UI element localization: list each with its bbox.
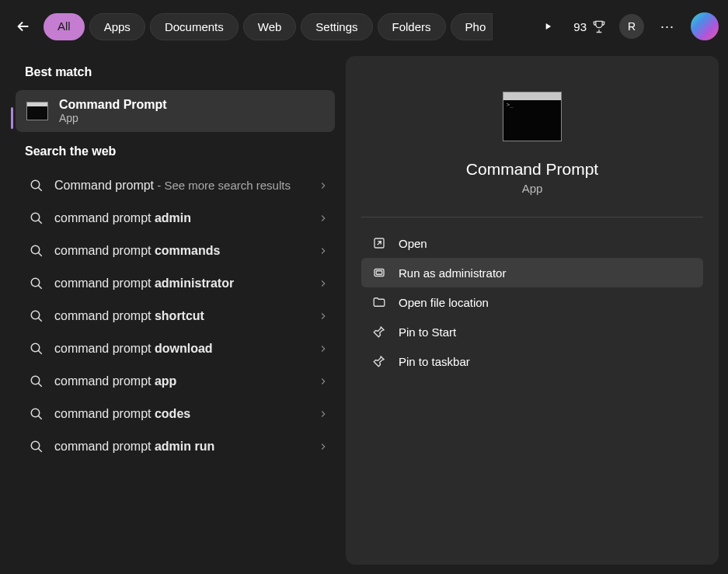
search-icon (30, 309, 44, 323)
web-result-text: command prompt admin (54, 211, 307, 225)
svg-point-1 (31, 213, 40, 221)
web-result-text: command prompt download (54, 342, 307, 356)
web-result[interactable]: command prompt commands (16, 235, 335, 267)
chevron-right-icon (318, 278, 329, 289)
action-pin-to-start[interactable]: Pin to Start (361, 317, 703, 346)
preview-app-icon (503, 92, 562, 141)
best-match-header: Best match (25, 65, 335, 79)
user-avatar[interactable]: R (619, 14, 644, 39)
web-result[interactable]: command prompt app (16, 365, 335, 398)
preview-title: Command Prompt (361, 160, 703, 179)
rewards-points[interactable]: 93 (573, 19, 607, 34)
web-result-text: command prompt codes (54, 407, 307, 421)
divider (361, 217, 703, 217)
web-result[interactable]: command prompt admin run (16, 430, 335, 463)
svg-point-8 (31, 441, 40, 450)
web-result[interactable]: command prompt download (16, 332, 335, 365)
tabs-scroll-right[interactable] (536, 15, 559, 38)
folder-icon (372, 295, 386, 309)
search-icon (30, 342, 44, 356)
preview-panel: Command Prompt App OpenRun as administra… (346, 56, 719, 565)
chevron-right-icon (318, 245, 329, 256)
search-web-header: Search the web (25, 144, 335, 158)
chevron-right-icon (318, 409, 329, 419)
pin-icon (372, 354, 386, 368)
chevron-right-icon (318, 343, 329, 354)
copilot-icon[interactable] (691, 12, 719, 40)
action-label: Run as administrator (399, 266, 506, 280)
tab-settings[interactable]: Settings (301, 13, 372, 40)
open-icon (372, 236, 386, 250)
points-value: 93 (573, 20, 587, 33)
web-result[interactable]: command prompt admin (16, 202, 335, 235)
back-button[interactable] (9, 12, 37, 40)
tab-all[interactable]: All (44, 13, 85, 40)
web-result[interactable]: command prompt shortcut (16, 300, 335, 332)
filter-tabs: AllAppsDocumentsWebSettingsFoldersPho (44, 13, 530, 40)
tab-pho[interactable]: Pho (451, 13, 493, 40)
web-result[interactable]: command prompt administrator (16, 267, 335, 300)
preview-subtitle: App (361, 182, 703, 195)
search-icon (30, 211, 44, 225)
web-result-text: command prompt shortcut (54, 309, 307, 323)
chevron-right-icon (318, 311, 329, 322)
tab-folders[interactable]: Folders (378, 13, 446, 40)
action-label: Pin to Start (399, 325, 456, 339)
best-match-result[interactable]: Command Prompt App (16, 90, 335, 132)
pin-icon (372, 325, 386, 339)
search-icon (30, 440, 44, 454)
svg-point-6 (31, 376, 40, 384)
svg-point-0 (31, 180, 40, 189)
best-match-subtitle: App (59, 112, 167, 124)
web-result[interactable]: command prompt codes (16, 398, 335, 430)
avatar-initial: R (628, 20, 636, 33)
svg-point-2 (31, 245, 40, 254)
action-label: Pin to taskbar (399, 355, 470, 368)
svg-point-3 (31, 278, 40, 287)
web-result-text: command prompt app (54, 374, 307, 388)
action-open-file-location[interactable]: Open file location (361, 287, 703, 317)
action-open[interactable]: Open (361, 228, 703, 258)
web-result-text: command prompt admin run (54, 440, 307, 454)
action-label: Open file location (399, 296, 489, 309)
search-icon (30, 407, 44, 421)
svg-rect-11 (376, 271, 382, 275)
search-icon (30, 277, 44, 290)
tab-documents[interactable]: Documents (150, 13, 239, 40)
action-run-as-administrator[interactable]: Run as administrator (361, 258, 703, 287)
svg-point-7 (31, 409, 40, 417)
action-pin-to-taskbar[interactable]: Pin to taskbar (361, 346, 703, 376)
search-icon (30, 179, 44, 193)
web-result-text: command prompt administrator (54, 277, 307, 290)
svg-point-4 (31, 311, 40, 319)
search-icon (30, 244, 44, 258)
chevron-right-icon (318, 441, 329, 452)
chevron-right-icon (318, 376, 329, 387)
chevron-right-icon (318, 180, 329, 191)
shield-icon (372, 266, 386, 280)
best-match-title: Command Prompt (59, 98, 167, 112)
web-result[interactable]: Command prompt - See more search results (16, 169, 335, 202)
web-result-text: command prompt commands (54, 244, 307, 258)
chevron-right-icon (318, 213, 329, 224)
tab-apps[interactable]: Apps (89, 13, 145, 40)
search-icon (30, 374, 44, 388)
svg-point-5 (31, 343, 40, 352)
trophy-icon (591, 19, 607, 34)
cmd-prompt-icon (26, 102, 48, 120)
more-button[interactable]: ··· (657, 19, 678, 35)
action-label: Open (399, 237, 427, 250)
tab-web[interactable]: Web (243, 13, 297, 40)
web-result-text: Command prompt - See more search results (54, 179, 307, 193)
